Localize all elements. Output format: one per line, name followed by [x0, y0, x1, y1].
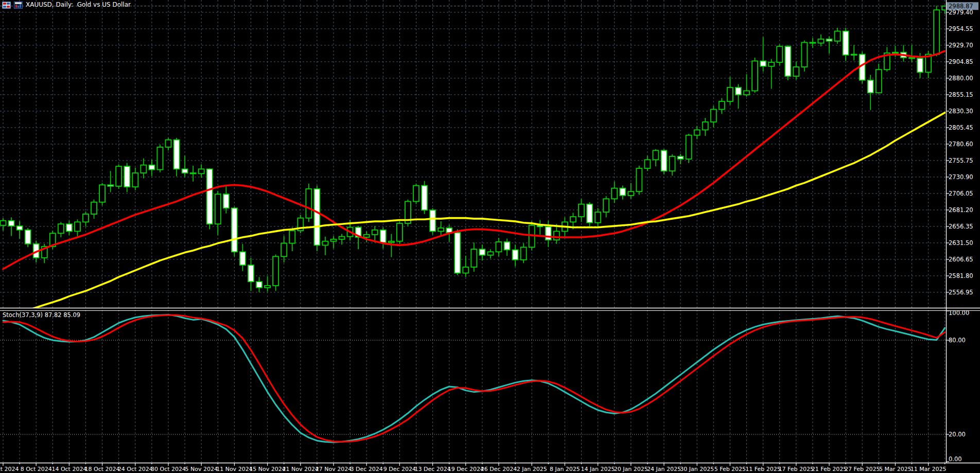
candle-bear [785, 46, 791, 76]
candle-bull [835, 31, 841, 41]
date-label: 2 Jan 2025 [517, 466, 547, 472]
candle-bull [397, 223, 402, 241]
price-tick-label: 2681.20 [949, 206, 973, 214]
candle-bear [760, 61, 766, 66]
price-tick-label: 2631.50 [949, 239, 973, 247]
price-chart-canvas[interactable]: 2979.402954.552929.702904.852880.002855.… [0, 0, 980, 473]
candle-bull [752, 61, 758, 91]
bid-badge-label: 2988.87 [949, 3, 973, 10]
candle-bull [579, 204, 584, 217]
candle-bull [768, 62, 774, 66]
candle-bear [240, 252, 246, 265]
candle-bull [570, 217, 576, 222]
candle-bull [265, 286, 270, 288]
candle-bear [661, 150, 667, 171]
date-label: 14 Jan 2025 [581, 466, 615, 472]
price-tick-label: 2954.55 [949, 25, 973, 32]
chart-titlebar: XAUUSD, Daily: Gold vs US Dollar [2, 1, 131, 8]
candle-bear [827, 39, 832, 41]
candle-bull [703, 122, 708, 130]
candle-bull [306, 189, 311, 218]
stoch-tick-label: 20.00 [949, 431, 966, 438]
candle-bull [603, 199, 609, 212]
candle-bull [364, 235, 370, 237]
candle-bear [256, 282, 262, 288]
candle-bull [438, 228, 444, 231]
candle-bull [727, 87, 733, 101]
price-tick-label: 2805.45 [949, 124, 973, 131]
candle-bull [892, 52, 898, 53]
candle-bear [223, 194, 229, 208]
date-label: 11 Feb 2025 [745, 466, 780, 472]
date-label: 13 Dec 2024 [414, 466, 450, 472]
candle-bull [289, 231, 295, 243]
candle-bull [719, 101, 725, 109]
date-label: 8 Jan 2025 [550, 466, 580, 472]
price-tick-label: 2855.15 [949, 91, 973, 98]
candle-bull [711, 109, 716, 121]
candle-bear [174, 140, 180, 169]
candle-bull [636, 168, 642, 191]
price-tick-label: 2780.60 [949, 141, 973, 148]
stoch-tick-label: 80.00 [949, 337, 966, 344]
candle-bear [504, 242, 510, 250]
candle-bull [75, 222, 80, 231]
candle-bear [917, 58, 923, 72]
market-grid-icon[interactable] [2, 1, 11, 8]
candle-bear [314, 189, 320, 245]
candle-bull [793, 67, 799, 76]
date-label: 11 Mar 2025 [911, 466, 947, 472]
date-label: 3 Dec 2024 [351, 466, 383, 472]
date-label: 19 Dec 2024 [448, 466, 484, 472]
candle-bear [17, 226, 23, 230]
price-tick-label: 2606.65 [949, 256, 973, 263]
price-tick-label: 2706.05 [949, 190, 973, 197]
candle-bull [744, 91, 749, 95]
candle-bull [818, 39, 824, 43]
date-label: 27 Feb 2025 [845, 466, 880, 472]
date-label: 9 Dec 2024 [383, 466, 416, 472]
candle-bull [496, 242, 502, 252]
candle-bear [909, 58, 915, 58]
candle-bear [380, 230, 386, 242]
price-tick-label: 2880.00 [949, 75, 973, 82]
date-label: 2 Oct 2024 [0, 466, 19, 472]
date-label: 30 Oct 2024 [151, 466, 186, 472]
candle-bull [463, 267, 468, 273]
candle-bull [199, 169, 204, 173]
candle-bear [868, 80, 873, 93]
candle-bear [9, 221, 14, 226]
date-label: 21 Nov 2024 [283, 466, 319, 472]
candle-bull [653, 150, 658, 160]
candle-bull [281, 243, 287, 257]
candle-bear [736, 87, 741, 95]
candle-bear [182, 169, 188, 173]
candle-bull [694, 130, 700, 135]
candle-bull [554, 231, 559, 240]
date-label: 30 Jan 2025 [680, 466, 714, 472]
date-label: 14 Oct 2024 [51, 466, 86, 472]
candle-bull [339, 237, 345, 239]
candle-bull [670, 156, 675, 171]
terminal-chart-window: 2979.402954.552929.702904.852880.002855.… [0, 0, 980, 473]
candle-bull [215, 194, 221, 224]
candle-bull [595, 212, 601, 223]
candle-bull [876, 69, 882, 93]
stoch-indicator-label: Stoch(37,3,9) 87.82 85.09 [3, 311, 80, 319]
price-tick-label: 2581.80 [949, 272, 973, 279]
candle-bear [232, 208, 237, 252]
bar-chart-icon[interactable] [14, 1, 23, 8]
candle-bull [331, 239, 337, 241]
price-tick-label: 2556.95 [949, 289, 973, 296]
candle-bear [108, 185, 113, 186]
candle-bull [157, 147, 163, 170]
candle-bull [1, 221, 6, 225]
date-label: 27 Nov 2024 [316, 466, 352, 472]
candle-bull [389, 241, 394, 243]
price-tick-label: 2656.35 [949, 223, 973, 230]
candle-bull [413, 186, 419, 202]
candle-bull [322, 241, 328, 246]
date-label: 24 Jan 2025 [647, 466, 681, 472]
candle-bear [430, 210, 435, 231]
candle-bear [513, 250, 518, 259]
